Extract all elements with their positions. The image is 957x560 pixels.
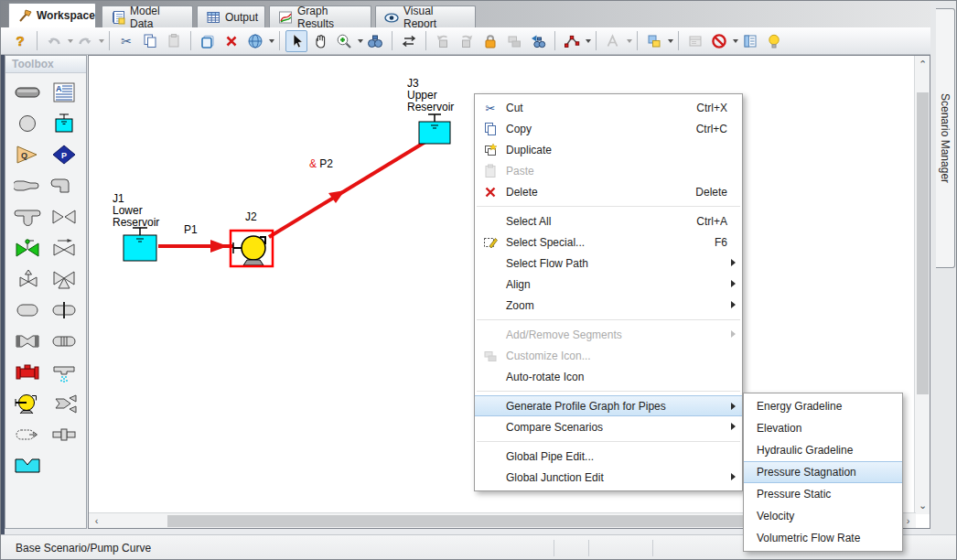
submenu-item-volumetric-flow-rate[interactable]: Volumetric Flow Rate bbox=[744, 527, 902, 549]
tab-graph-results[interactable]: Graph Results bbox=[269, 5, 371, 27]
toolbox-spray-discharge-icon[interactable] bbox=[47, 361, 81, 384]
menu-item-global-junction-edit[interactable]: Global Junction Edit bbox=[475, 467, 742, 488]
toolbox-heat-exchanger-icon[interactable] bbox=[10, 361, 45, 384]
undo-button[interactable] bbox=[43, 30, 65, 52]
toolbox-reducer-icon[interactable] bbox=[10, 174, 45, 198]
junction-label-j2[interactable]: J2 bbox=[245, 211, 257, 223]
show-hide-button[interactable] bbox=[708, 30, 730, 52]
submenu-item-elevation[interactable]: Elevation bbox=[744, 417, 902, 439]
find-button[interactable] bbox=[364, 30, 386, 52]
delete-button[interactable] bbox=[220, 30, 242, 52]
redo-dropdown-caret[interactable] bbox=[99, 39, 104, 43]
web-button[interactable] bbox=[244, 30, 266, 52]
toolbox-annotation-icon[interactable]: A bbox=[47, 81, 81, 104]
junction-label-j1[interactable]: J1 Lower Reservoir bbox=[113, 193, 159, 229]
toolbox-relief-valve-icon[interactable] bbox=[10, 267, 45, 291]
rotate-right-button[interactable] bbox=[456, 30, 478, 52]
toolbox-turbine-icon[interactable] bbox=[47, 392, 81, 415]
menu-item-generate-profile-graph-for-pipes[interactable]: Generate Profile Graph for Pipes bbox=[475, 395, 742, 416]
scroll-up-arrow[interactable]: ⌃ bbox=[917, 58, 929, 71]
toolbox-bend-icon[interactable] bbox=[47, 174, 81, 198]
copy-button[interactable] bbox=[139, 30, 161, 52]
display-options-button[interactable] bbox=[643, 30, 665, 52]
junction-j2-pump[interactable] bbox=[231, 231, 273, 266]
reverse-direction-button[interactable] bbox=[398, 30, 420, 52]
undo-dropdown-caret[interactable] bbox=[68, 39, 73, 43]
toolbox-tee-icon[interactable] bbox=[10, 205, 45, 229]
annotate-dropdown-caret[interactable] bbox=[627, 39, 632, 43]
draw-pipe-button[interactable] bbox=[561, 30, 583, 52]
toolbox-general-component-icon[interactable] bbox=[47, 329, 81, 353]
submenu-item-pressure-static[interactable]: Pressure Static bbox=[744, 483, 902, 505]
tab-output[interactable]: Output bbox=[197, 5, 265, 27]
annotate-button[interactable] bbox=[602, 30, 624, 52]
menu-item-delete[interactable]: DeleteDelete bbox=[475, 181, 742, 202]
toolbox-pump-icon[interactable] bbox=[10, 392, 45, 415]
display-options-dropdown-caret[interactable] bbox=[668, 39, 673, 43]
tab-workspace[interactable]: Workspace bbox=[8, 3, 96, 27]
submenu-item-pressure-stagnation[interactable]: Pressure Stagnation bbox=[744, 461, 902, 483]
menu-item-align[interactable]: Align bbox=[475, 274, 742, 295]
toolbox-tank-icon[interactable] bbox=[10, 298, 45, 322]
menu-item-zoom[interactable]: Zoom bbox=[475, 295, 742, 316]
submenu-item-energy-gradeline[interactable]: Energy Gradeline bbox=[744, 395, 902, 417]
scroll-down-arrow[interactable]: ⌄ bbox=[917, 499, 929, 512]
toolbox-orifice-icon[interactable] bbox=[47, 298, 81, 322]
show-hide-dropdown-caret[interactable] bbox=[733, 39, 738, 43]
paste-button[interactable] bbox=[163, 30, 185, 52]
toolbox-assigned-pressure-icon[interactable]: P bbox=[47, 143, 81, 167]
junction-j3-reservoir[interactable] bbox=[419, 114, 450, 144]
scroll-right-arrow[interactable]: › bbox=[902, 514, 914, 528]
highlight-bulb-button[interactable] bbox=[763, 30, 785, 52]
toolbox-venturi-icon[interactable] bbox=[10, 329, 45, 353]
draw-pipe-dropdown-caret[interactable] bbox=[586, 39, 591, 43]
redo-button[interactable] bbox=[74, 30, 96, 52]
help-button[interactable]: ? bbox=[9, 30, 31, 52]
toolbox-weir-icon[interactable] bbox=[10, 454, 45, 478]
toolbox-three-way-valve-icon[interactable] bbox=[47, 267, 81, 291]
workspace-form-button[interactable] bbox=[684, 30, 706, 52]
toolbox-orifice-plate-icon[interactable] bbox=[47, 423, 81, 447]
find-special-button[interactable] bbox=[527, 30, 549, 52]
scroll-left-arrow[interactable]: ‹ bbox=[91, 514, 102, 528]
pipe-label-p2[interactable]: & P2 bbox=[309, 158, 333, 170]
menu-item-select-flow-path[interactable]: Select Flow Path bbox=[475, 253, 742, 274]
toolbox-pipe-icon[interactable] bbox=[10, 81, 45, 104]
menu-item-select-special[interactable]: Select Special...F6 bbox=[475, 232, 742, 253]
lock-button[interactable] bbox=[479, 30, 501, 52]
toolbox-control-valve-icon[interactable] bbox=[10, 236, 45, 260]
toolbox-assigned-flow-icon[interactable]: Q bbox=[10, 143, 45, 167]
junction-j1-reservoir[interactable] bbox=[124, 228, 156, 261]
pan-hand-button[interactable] bbox=[309, 30, 331, 52]
select-arrow-button[interactable] bbox=[285, 30, 307, 52]
menu-item-global-pipe-edit[interactable]: Global Pipe Edit... bbox=[475, 446, 742, 467]
rotate-left-button[interactable] bbox=[432, 30, 454, 52]
scenario-manager-tab[interactable]: Scenario Manager bbox=[936, 8, 955, 268]
toolbox-valve-icon[interactable] bbox=[47, 205, 81, 229]
pipe-p2[interactable] bbox=[269, 142, 425, 237]
zoom-in-dropdown-caret[interactable] bbox=[358, 39, 363, 43]
tab-model-data[interactable]: Model Data bbox=[102, 5, 193, 27]
cut-button[interactable]: ✂ bbox=[115, 30, 137, 52]
menu-item-cut[interactable]: ✂CutCtrl+X bbox=[475, 97, 742, 118]
submenu-item-velocity[interactable]: Velocity bbox=[744, 505, 902, 527]
details-list-button[interactable] bbox=[739, 30, 761, 52]
menu-item-select-all[interactable]: Select AllCtrl+A bbox=[475, 210, 742, 232]
menu-item-compare-scenarios[interactable]: Compare Scenarios bbox=[475, 416, 742, 437]
zoom-in-button[interactable] bbox=[333, 30, 355, 52]
duplicate-button[interactable] bbox=[197, 30, 219, 52]
toolbox-general-resistance-icon[interactable] bbox=[10, 423, 45, 447]
vertical-scroll-thumb[interactable] bbox=[917, 92, 929, 394]
tab-visual-report[interactable]: Visual Report bbox=[375, 5, 476, 27]
submenu-item-hydraulic-gradeline[interactable]: Hydraulic Gradeline bbox=[744, 439, 902, 461]
menu-item-auto-rotate-icon[interactable]: Auto-rotate Icon bbox=[475, 366, 742, 387]
web-dropdown-caret[interactable] bbox=[269, 39, 274, 43]
pipe-p1[interactable] bbox=[158, 240, 233, 253]
menu-item-copy[interactable]: CopyCtrl+C bbox=[475, 118, 742, 139]
pipe-label-p1[interactable]: P1 bbox=[184, 224, 198, 236]
customize-icon-button[interactable] bbox=[503, 30, 525, 52]
toolbox-check-valve-icon[interactable] bbox=[47, 236, 81, 260]
toolbox-reservoir-icon[interactable] bbox=[47, 112, 81, 135]
toolbox-branch-icon[interactable] bbox=[10, 112, 45, 135]
junction-label-j3[interactable]: J3 Upper Reservoir bbox=[407, 78, 454, 113]
